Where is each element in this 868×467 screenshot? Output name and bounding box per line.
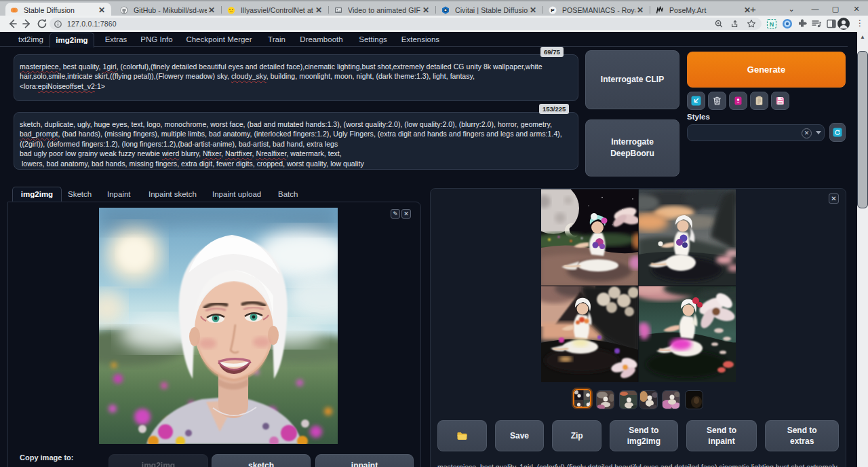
tab-extras[interactable]: Extras [98, 33, 134, 47]
window-maximize-button[interactable]: ▢ [828, 1, 843, 16]
scrollbar-up-arrow[interactable]: ▲ [857, 32, 868, 42]
copy-to-sketch-button[interactable]: sketch [212, 454, 311, 467]
send-to-inpaint-button[interactable]: Send to inpaint [686, 420, 757, 451]
tab-extensions[interactable]: Extensions [395, 33, 446, 47]
sidebar-panel-icon[interactable] [826, 18, 837, 29]
profile-avatar[interactable] [837, 18, 850, 30]
tab-search-icon[interactable]: ⌄ [784, 1, 799, 16]
apply-style-button[interactable] [750, 92, 768, 110]
styles-label: Styles [687, 113, 710, 121]
browser-tab-stable-diffusion[interactable]: Stable Diffusion ✕ [5, 3, 111, 17]
tab-inpaint-upload[interactable]: Inpaint upload [212, 187, 261, 202]
browser-tab-github[interactable]: GitHub - Mikubill/sd-webui-con ✕ [115, 3, 221, 17]
bookmark-star-icon[interactable] [747, 19, 756, 29]
negative-prompt-textarea[interactable]: sketch, duplicate, ugly, huge eyes, text… [14, 112, 578, 170]
browser-toolbar: 127.0.0.1:7860 N ⋮ [0, 16, 868, 32]
tab-close-icon[interactable]: ✕ [207, 5, 216, 15]
styles-clear-icon[interactable]: ✕ [802, 128, 812, 138]
tab-inpaint-sketch[interactable]: Inpaint sketch [149, 187, 197, 202]
svg-text:P: P [551, 7, 555, 13]
tab-img2img[interactable]: img2img [50, 33, 94, 48]
gallery-thumbnail-2[interactable] [596, 390, 614, 409]
copy-to-inpaint-button[interactable]: inpaint [315, 454, 414, 467]
forward-button[interactable] [20, 17, 34, 31]
zoom-icon[interactable] [714, 19, 724, 29]
refresh-styles-button[interactable] [829, 123, 846, 142]
sd-webui-page: txt2img img2img Extras PNG Info Checkpoi… [0, 32, 857, 467]
clear-prompt-button[interactable] [708, 92, 726, 110]
tab-close-icon[interactable]: ✕ [314, 5, 323, 15]
browser-window: Stable Diffusion ✕ GitHub - Mikubill/sd-… [0, 0, 868, 467]
browser-tabstrip: Stable Diffusion ✕ GitHub - Mikubill/sd-… [0, 0, 868, 16]
send-to-extras-button[interactable]: Send to extras [765, 420, 839, 451]
scrollbar-thumb[interactable] [857, 51, 868, 208]
app-tab-bar: txt2img img2img Extras PNG Info Checkpoi… [0, 33, 848, 47]
tab-close-icon[interactable]: ✕ [528, 5, 538, 15]
gallery-thumbnail-3[interactable] [619, 390, 637, 409]
tab-inpaint[interactable]: Inpaint [107, 187, 131, 202]
window-close-button[interactable]: ✕ [849, 1, 864, 16]
address-url[interactable]: 127.0.0.1:7860 [67, 20, 117, 28]
copy-to-img2img-button[interactable]: img2img [108, 454, 208, 467]
browser-tab-civitai[interactable]: Civitai | Stable Diffusion model ✕ [437, 3, 542, 17]
svg-text:N: N [770, 20, 774, 27]
prompt-textarea[interactable]: masterpiece, best quality, 1girl, (color… [14, 54, 578, 101]
gallery-close-button[interactable]: ✕ [829, 193, 839, 204]
zip-button[interactable]: Zip [552, 420, 601, 451]
folder-icon [456, 431, 468, 441]
paste-params-button[interactable] [687, 92, 705, 110]
extension-notion-icon[interactable]: N [766, 18, 777, 29]
tab-img2img-mode[interactable]: img2img [12, 187, 62, 202]
extension-lens-icon[interactable] [782, 18, 793, 29]
github-favicon [120, 6, 128, 14]
browser-menu-icon[interactable]: ⋮ [856, 18, 861, 29]
open-folder-button[interactable] [437, 420, 487, 451]
browser-tab-posemaniacs[interactable]: P POSEMANIACS - Royalty free 3 ✕ [544, 3, 650, 17]
tab-sketch[interactable]: Sketch [68, 187, 92, 202]
share-icon[interactable] [730, 19, 740, 29]
tab-dreambooth[interactable]: Dreambooth [293, 33, 350, 47]
floppy-save-icon [775, 96, 785, 106]
send-to-img2img-button[interactable]: Send to img2img [610, 420, 678, 451]
styles-dropdown[interactable]: ✕ [687, 124, 825, 141]
gallery-thumbnail-4[interactable] [639, 390, 658, 409]
edit-image-button[interactable]: ✎ [391, 209, 400, 219]
save-button[interactable]: Save [495, 420, 545, 451]
browser-tab-controlnet[interactable]: Illyasviel/ControlNet at main ✕ [222, 3, 328, 17]
tab-close-icon[interactable]: ✕ [421, 5, 431, 15]
output-image-grid[interactable] [541, 189, 736, 382]
browser-tab-posemyart[interactable]: PoseMy.Art ✕ [651, 3, 757, 17]
back-button[interactable] [5, 17, 19, 31]
extra-networks-button[interactable] [729, 92, 747, 110]
media-playlist-icon[interactable] [811, 18, 822, 29]
tab-settings[interactable]: Settings [353, 33, 393, 47]
save-style-button[interactable] [771, 92, 789, 110]
gallery-thumbnail-6[interactable] [685, 390, 703, 409]
interrogate-deepbooru-button[interactable]: Interrogate DeepBooru [585, 119, 679, 176]
new-tab-button[interactable]: + [747, 4, 759, 16]
tab-png-info[interactable]: PNG Info [136, 33, 178, 47]
clear-image-button[interactable]: ✕ [401, 209, 411, 219]
paste-arrow-icon [691, 96, 701, 106]
tab-close-icon[interactable]: ✕ [635, 5, 645, 15]
extensions-puzzle-icon[interactable] [797, 18, 808, 29]
interrogate-clip-button[interactable]: Interrogate CLIP [585, 50, 679, 109]
tab-batch[interactable]: Batch [278, 187, 298, 202]
browser-tab-gif-converter[interactable]: Video to animated GIF converter ✕ [330, 3, 435, 17]
generate-button[interactable]: Generate [687, 52, 846, 88]
tab-train[interactable]: Train [262, 33, 292, 47]
tab-close-icon[interactable]: ✕ [97, 5, 106, 15]
window-minimize-button[interactable]: — [808, 1, 823, 16]
site-info-icon[interactable] [54, 20, 62, 28]
address-bar[interactable]: 127.0.0.1:7860 [50, 18, 762, 30]
gallery-thumbnail-1[interactable] [573, 389, 591, 408]
copy-image-to-label: Copy image to: [20, 453, 73, 462]
reload-button[interactable] [35, 17, 49, 31]
tab-txt2img[interactable]: txt2img [12, 33, 50, 47]
gallery-thumbnail-5[interactable] [662, 390, 680, 409]
page-scrollbar[interactable]: ▲ [857, 32, 868, 467]
tab-checkpoint-merger[interactable]: Checkpoint Merger [179, 33, 259, 47]
styles-caret-icon[interactable] [816, 131, 821, 134]
flower-card-icon [733, 96, 743, 106]
input-image-portrait[interactable] [99, 208, 338, 444]
